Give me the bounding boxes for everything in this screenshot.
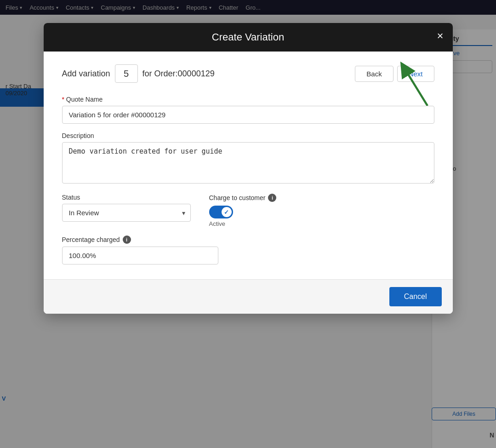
create-variation-modal: × Create Variation Add variation 5 for O… xyxy=(44,23,453,314)
cancel-button[interactable]: Cancel xyxy=(389,287,442,306)
percentage-input[interactable] xyxy=(62,247,218,264)
info-icon[interactable]: i xyxy=(268,194,276,202)
quote-name-group: Quote Name xyxy=(62,96,434,124)
step-number: 5 xyxy=(115,64,138,83)
modal-title: Create Variation xyxy=(55,31,442,43)
percentage-label: Percentage charged xyxy=(62,236,120,243)
step-for-order: for Order:00000129 xyxy=(143,69,215,79)
charge-toggle[interactable]: ✓ xyxy=(209,206,233,218)
step-info: Add variation 5 for Order:00000129 xyxy=(62,64,215,83)
quote-name-label: Quote Name xyxy=(62,96,434,103)
percentage-section: Percentage charged i xyxy=(62,235,218,264)
back-button[interactable]: Back xyxy=(355,66,393,82)
step-row: Add variation 5 for Order:00000129 Back … xyxy=(62,64,434,83)
description-textarea[interactable] xyxy=(62,142,434,184)
status-label: Status xyxy=(62,194,191,201)
next-button[interactable]: Next xyxy=(397,66,434,82)
step-prefix: Add variation xyxy=(62,69,110,79)
percentage-info-icon[interactable]: i xyxy=(123,235,131,244)
check-icon: ✓ xyxy=(224,209,229,216)
modal-footer: Cancel xyxy=(44,279,453,314)
status-charge-row: Status In Review Active Draft Closed ▾ C… xyxy=(62,194,434,227)
toggle-thumb: ✓ xyxy=(222,207,232,217)
modal-body: Add variation 5 for Order:00000129 Back … xyxy=(44,52,453,279)
charge-col: Charge to customer i ✓ Active xyxy=(209,194,434,227)
status-select[interactable]: In Review Active Draft Closed xyxy=(62,204,191,222)
percentage-label-row: Percentage charged i xyxy=(62,235,218,244)
toggle-status-label: Active xyxy=(209,220,225,227)
status-select-wrapper: In Review Active Draft Closed ▾ xyxy=(62,204,191,222)
charge-label-row: Charge to customer i xyxy=(209,194,277,202)
modal-overlay: × Create Variation Add variation 5 for O… xyxy=(0,0,496,448)
charge-to-customer-label: Charge to customer xyxy=(209,194,266,201)
toggle-wrapper: ✓ Active xyxy=(209,206,233,227)
description-label: Description xyxy=(62,132,434,139)
description-group: Description xyxy=(62,132,434,185)
modal-header: Create Variation xyxy=(44,23,453,52)
modal-close-button[interactable]: × xyxy=(437,30,443,41)
quote-name-input[interactable] xyxy=(62,106,434,124)
step-buttons: Back Next xyxy=(355,66,434,82)
status-col: Status In Review Active Draft Closed ▾ xyxy=(62,194,191,222)
